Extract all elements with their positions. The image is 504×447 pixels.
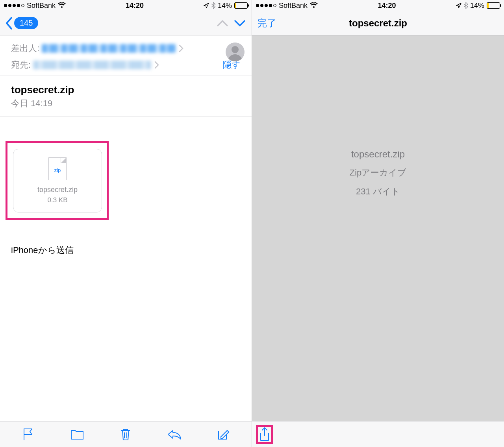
subject-date: 今日 14:19 (11, 98, 241, 109)
preview-title: topsecret.zip (349, 18, 407, 29)
share-button[interactable] (259, 427, 271, 442)
subject-block: topsecret.zip 今日 14:19 (0, 76, 252, 117)
from-row[interactable]: 差出人: (11, 42, 241, 54)
battery-percent: 14% (470, 2, 484, 10)
status-bar: SoftBank 14:20 14% (252, 0, 504, 11)
nav-bar: 完了 topsecret.zip (252, 11, 504, 35)
preview-area: topsecret.zip Zipアーカイブ 231 バイト (252, 35, 504, 421)
signature: iPhoneから送信 (11, 244, 74, 256)
avatar[interactable] (226, 42, 245, 61)
battery-icon (487, 2, 500, 9)
reply-button[interactable] (166, 426, 183, 443)
to-value-redacted (33, 61, 151, 69)
signal-strength-icon (4, 4, 24, 7)
mail-header: 差出人: 宛先: 隠す (0, 35, 252, 76)
preview-toolbar (252, 421, 504, 447)
file-ext: zip (54, 167, 61, 173)
from-value-redacted (42, 44, 176, 53)
chevron-right-icon (154, 61, 159, 69)
bluetooth-icon (464, 2, 468, 9)
file-icon: zip (48, 157, 67, 180)
status-bar: SoftBank 14:20 14% (0, 0, 252, 11)
battery-icon (234, 2, 248, 9)
clock: 14:20 (126, 2, 144, 10)
mail-screen: SoftBank 14:20 14% 145 (0, 0, 252, 447)
trash-button[interactable] (117, 426, 134, 443)
location-icon (204, 3, 209, 8)
move-button[interactable] (69, 426, 86, 443)
inbox-count-badge: 145 (14, 17, 38, 29)
preview-filetype: Zipアーカイブ (350, 167, 407, 179)
bluetooth-icon (211, 2, 215, 9)
svg-point-0 (232, 46, 239, 53)
preview-filesize: 231 バイト (356, 186, 400, 198)
to-row[interactable]: 宛先: 隠す (11, 59, 241, 71)
prev-message-button[interactable] (216, 19, 229, 28)
clock: 14:20 (378, 2, 396, 10)
mail-body: zip topsecret.zip 0.3 KB iPhoneから送信 (0, 117, 252, 421)
nav-bar: 145 (0, 11, 252, 35)
battery-percent: 14% (218, 2, 232, 10)
share-highlight (256, 425, 273, 444)
chevron-right-icon (179, 44, 183, 52)
preview-filename: topsecret.zip (351, 149, 405, 160)
carrier-label: SoftBank (27, 2, 56, 10)
location-icon (456, 3, 461, 8)
attachment-highlight: zip topsecret.zip 0.3 KB (6, 141, 109, 220)
back-button[interactable]: 145 (6, 17, 38, 30)
attachment-name: topsecret.zip (37, 186, 78, 194)
attachment-size: 0.3 KB (47, 196, 67, 204)
wifi-icon (58, 2, 66, 9)
next-message-button[interactable] (233, 19, 246, 28)
wifi-icon (310, 2, 318, 9)
done-button[interactable]: 完了 (258, 17, 276, 30)
attachment-card[interactable]: zip topsecret.zip 0.3 KB (13, 149, 102, 212)
mail-toolbar (0, 421, 252, 447)
subject-title: topsecret.zip (11, 84, 241, 96)
carrier-label: SoftBank (279, 2, 308, 10)
from-label: 差出人: (11, 42, 39, 54)
compose-button[interactable] (215, 426, 232, 443)
flag-button[interactable] (20, 426, 37, 443)
signal-strength-icon (256, 4, 276, 7)
preview-screen: SoftBank 14:20 14% 完了 topsecret.zip tops… (252, 0, 504, 447)
to-label: 宛先: (11, 59, 31, 71)
